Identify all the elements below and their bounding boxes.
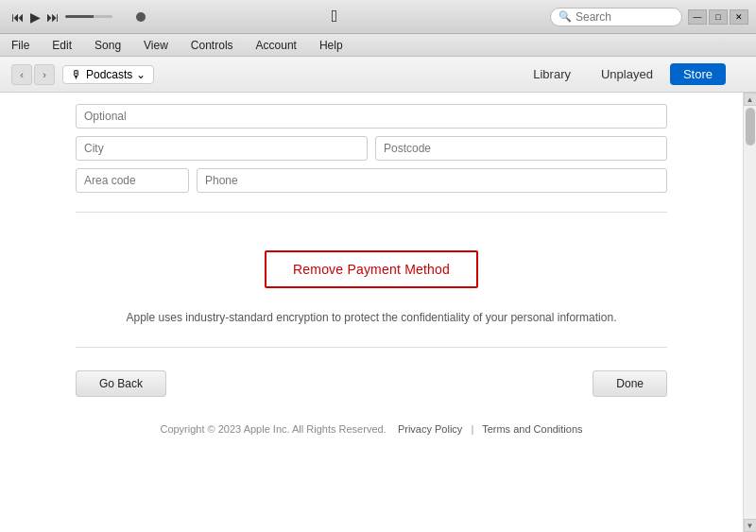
terms-link[interactable]: Terms and Conditions <box>482 423 582 435</box>
form-section <box>76 93 667 193</box>
divider-1 <box>76 212 667 213</box>
scroll-track[interactable] <box>744 106 756 519</box>
maximize-button[interactable]: □ <box>709 9 728 25</box>
podcast-dropdown-icon: ⌄ <box>136 68 146 81</box>
privacy-policy-link[interactable]: Privacy Policy <box>398 423 462 435</box>
menu-account[interactable]: Account <box>252 37 301 54</box>
scroll-thumb[interactable] <box>746 108 755 146</box>
area-code-input[interactable] <box>76 168 189 193</box>
search-box[interactable]: 🔍 <box>550 8 682 26</box>
scrollbar[interactable]: ▲ ▼ <box>743 93 756 532</box>
remove-payment-button[interactable]: Remove Payment Method <box>265 250 478 288</box>
tab-store[interactable]: Store <box>670 63 726 85</box>
menu-bar: File Edit Song View Controls Account Hel… <box>0 34 756 57</box>
apple-logo:  <box>125 7 544 26</box>
go-back-button[interactable]: Go Back <box>76 370 166 397</box>
menu-view[interactable]: View <box>140 37 172 54</box>
scroll-up-arrow[interactable]: ▲ <box>744 93 757 106</box>
podcast-selector[interactable]: 🎙 Podcasts ⌄ <box>62 65 154 84</box>
podcast-icon: 🎙 <box>71 68 82 81</box>
done-button[interactable]: Done <box>593 370 667 397</box>
rewind-button[interactable]: ⏮ <box>11 9 25 25</box>
main-content: Remove Payment Method Apple uses industr… <box>0 93 756 532</box>
phone-row <box>76 168 667 193</box>
search-icon: 🔍 <box>558 10 572 23</box>
encryption-notice: Apple uses industry-standard encryption … <box>76 303 667 332</box>
menu-edit[interactable]: Edit <box>48 37 76 54</box>
city-postcode-row <box>76 136 667 161</box>
optional-row <box>76 104 667 129</box>
footer: Copyright © 2023 Apple Inc. All Rights R… <box>76 412 667 442</box>
phone-input[interactable] <box>197 168 667 193</box>
city-input[interactable] <box>76 136 368 161</box>
content-area: Remove Payment Method Apple uses industr… <box>0 93 743 532</box>
tab-library[interactable]: Library <box>520 63 584 85</box>
action-buttons: Go Back Done <box>76 363 667 412</box>
forward-button[interactable]: ⏭ <box>46 9 60 25</box>
play-button[interactable]: ▶ <box>30 9 41 25</box>
menu-file[interactable]: File <box>8 37 33 54</box>
forward-arrow-button[interactable]: › <box>34 64 55 85</box>
tab-unplayed[interactable]: Unplayed <box>588 63 666 85</box>
back-arrow-button[interactable]: ‹ <box>11 64 32 85</box>
nav-bar: ‹ › 🎙 Podcasts ⌄ Library Unplayed Store <box>0 57 756 93</box>
window-buttons: — □ ✕ <box>688 9 748 25</box>
transport-controls: ⏮ ▶ ⏭ <box>11 9 60 25</box>
title-bar: ⏮ ▶ ⏭  🔍 — □ ✕ <box>0 0 756 34</box>
nav-arrows: ‹ › <box>11 64 55 85</box>
copyright-text: Copyright © 2023 Apple Inc. All Rights R… <box>160 423 386 435</box>
podcast-label: Podcasts <box>86 68 132 81</box>
scroll-down-arrow[interactable]: ▼ <box>744 519 757 532</box>
minimize-button[interactable]: — <box>688 9 707 25</box>
volume-line <box>65 15 112 18</box>
postcode-input[interactable] <box>375 136 667 161</box>
volume-control[interactable] <box>65 12 119 22</box>
remove-payment-section: Remove Payment Method <box>76 232 667 303</box>
divider-2 <box>76 347 667 348</box>
menu-song[interactable]: Song <box>91 37 125 54</box>
menu-help[interactable]: Help <box>316 37 347 54</box>
search-input[interactable] <box>576 10 674 24</box>
optional-input[interactable] <box>76 104 667 129</box>
close-button[interactable]: ✕ <box>730 9 748 25</box>
nav-tabs: Library Unplayed Store <box>520 63 726 85</box>
menu-controls[interactable]: Controls <box>187 37 237 54</box>
footer-separator: | <box>471 423 473 435</box>
volume-knob[interactable] <box>136 12 146 22</box>
